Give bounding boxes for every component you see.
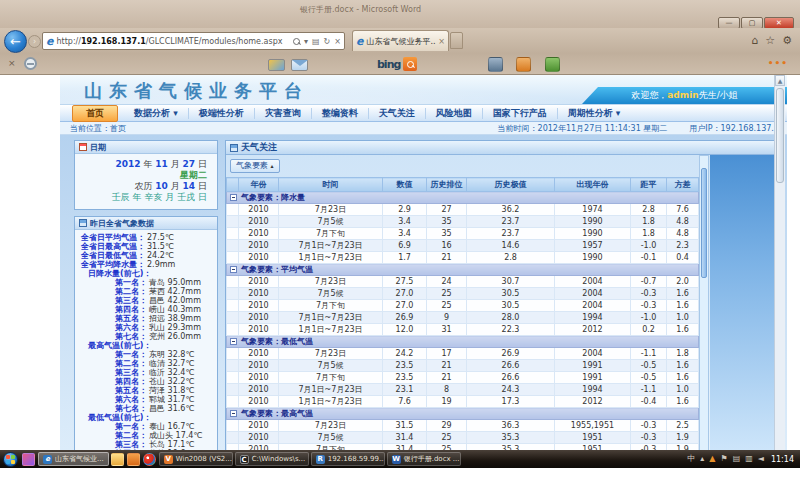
- weather-line: 第五名：菏泽 31.8℃: [75, 386, 217, 395]
- table-cell: 9: [427, 312, 467, 324]
- nav-item-天气关注[interactable]: 天气关注: [368, 108, 425, 119]
- tab-favicon-icon: e: [356, 35, 363, 48]
- toolbar-close-icon[interactable]: ×: [8, 58, 16, 68]
- table-cell: 0.4: [667, 252, 699, 264]
- page-scrollbar[interactable]: ▲: [774, 75, 785, 450]
- blocked-icon[interactable]: [24, 57, 37, 70]
- table-cell: 27.5: [383, 276, 427, 288]
- element-filter-button[interactable]: 气象要素 ▴: [230, 159, 280, 173]
- favorites-star-icon[interactable]: ☆: [765, 34, 775, 47]
- pinned-app-icon[interactable]: [22, 453, 35, 466]
- task-button-ie[interactable]: e山东省气候业...: [38, 452, 109, 466]
- camera-app-icon[interactable]: [488, 57, 503, 72]
- nav-item-数据分析[interactable]: 数据分析 ▾: [124, 108, 188, 119]
- bing-toolbar[interactable]: bing: [377, 57, 417, 71]
- nav-item-首页[interactable]: 首页: [72, 105, 118, 122]
- updater-icon[interactable]: ▲: [709, 450, 715, 468]
- start-button[interactable]: [3, 452, 18, 467]
- table-scrollbar[interactable]: [699, 155, 709, 450]
- address-bar[interactable]: e http://192.168.137.1/GLCCLIMATE/module…: [42, 32, 345, 50]
- table-row: 20101月1日~7月23日1.7212.81990-0.10.4: [227, 252, 699, 264]
- welcome-ribbon: 欢迎您，admin先生/小姐: [582, 87, 787, 104]
- weather-line: 全省日最高气温：31.5℃: [75, 242, 217, 251]
- table-cell: 27: [427, 204, 467, 216]
- browser-app-icon[interactable]: [143, 453, 156, 466]
- collapse-icon[interactable]: [230, 338, 237, 345]
- nav-item-国家下行产品[interactable]: 国家下行产品: [482, 108, 557, 119]
- compatibility-icon[interactable]: ▤: [312, 37, 320, 46]
- task-button-cmd[interactable]: CC:\Windows\s...: [235, 452, 309, 466]
- table-cell: 25: [427, 300, 467, 312]
- task-button-rdp[interactable]: R192.168.59.99...: [311, 452, 385, 466]
- bing-search-icon[interactable]: [403, 57, 417, 71]
- collapse-icon[interactable]: [230, 194, 237, 201]
- mail-icon[interactable]: [291, 59, 308, 71]
- panel-title-bar: 天气关注: [226, 141, 784, 155]
- table-cell: 1.0: [667, 384, 699, 396]
- tab-close-icon[interactable]: ×: [438, 37, 445, 46]
- browser-tab[interactable]: e 山东省气候业务平... ×: [352, 30, 449, 51]
- nav-item-周期性分析[interactable]: 周期性分析 ▾: [557, 108, 631, 119]
- table-cell: 1974: [555, 204, 631, 216]
- table-cell: 1.6: [667, 396, 699, 408]
- collapse-icon[interactable]: [230, 410, 237, 417]
- app-orange-icon[interactable]: [127, 453, 140, 466]
- back-button[interactable]: ←: [4, 30, 27, 53]
- task-button-vm[interactable]: VWin2008 (VS2...: [159, 452, 233, 466]
- table-section-header: 气象要素：最低气温: [227, 336, 699, 348]
- table-cell: 28.0: [467, 312, 555, 324]
- contacts-app-icon[interactable]: [516, 57, 531, 72]
- network-icon[interactable]: ▥: [745, 450, 753, 468]
- weather-line: 第七名：兖州 26.0mm: [75, 332, 217, 341]
- volume-icon[interactable]: ◄: [758, 450, 764, 468]
- language-icon[interactable]: 中: [687, 450, 695, 468]
- weather-watch-panel: 天气关注 气象要素 ▴ 年份时间数值历史排位历史极值出现年份距平方差 气象要素：…: [225, 140, 785, 450]
- new-tab-button[interactable]: [450, 32, 463, 49]
- url-text[interactable]: http://192.168.137.1/GLCCLIMATE/modules/…: [56, 37, 289, 46]
- table-cell: -0.3: [631, 432, 667, 444]
- nav-item-整编资料[interactable]: 整编资料: [311, 108, 368, 119]
- table-cell: 26.6: [467, 360, 555, 372]
- share-app-icon[interactable]: [545, 57, 560, 72]
- stop-icon[interactable]: ×: [334, 37, 341, 46]
- weather-line: 第一名：东明 32.8℃: [75, 350, 217, 359]
- table-cell: 2010: [239, 216, 279, 228]
- table-row: 20107月下旬3.43523.719901.84.8: [227, 228, 699, 240]
- table-cell: 7月1日~7月23日: [279, 312, 383, 324]
- weather-line: 第六名：乳山 29.3mm: [75, 323, 217, 332]
- weather-line: 全省日平均气温：27.5℃: [75, 233, 217, 242]
- background-window-title: 银行手册.docx - Microsoft Word: [300, 4, 421, 15]
- nav-item-极端性分析[interactable]: 极端性分析: [188, 108, 254, 119]
- show-hidden-icon[interactable]: ▴: [700, 450, 704, 468]
- table-cell: 1.6: [667, 300, 699, 312]
- nav-item-灾害查询[interactable]: 灾害查询: [254, 108, 311, 119]
- toolbar-overflow-icon[interactable]: •••: [768, 58, 788, 68]
- refresh-icon[interactable]: ↻: [324, 37, 331, 46]
- search-icon[interactable]: [293, 38, 300, 45]
- table-cell: 1.7: [383, 252, 427, 264]
- table-cell: 25: [427, 288, 467, 300]
- disk-icon[interactable]: ▤: [733, 450, 741, 468]
- table-cell: 35: [427, 216, 467, 228]
- weekday: 星期二: [75, 170, 207, 181]
- forward-button[interactable]: ›: [28, 35, 41, 48]
- gear-icon[interactable]: ⚙: [782, 34, 792, 47]
- home-icon[interactable]: ⌂: [751, 34, 758, 47]
- action-center-flag-icon[interactable]: ⚑: [720, 450, 727, 468]
- dropdown-icon[interactable]: ▾: [304, 37, 308, 46]
- folder-icon[interactable]: [111, 453, 124, 466]
- card-icon[interactable]: [268, 59, 285, 71]
- table-cell: 24.2: [383, 348, 427, 360]
- table-cell: 1957: [555, 240, 631, 252]
- tab-title[interactable]: 山东省气候业务平...: [366, 36, 436, 47]
- date-panel: 日期 2012 年 11 月 27 日 星期二 农历 10 月 14 日 壬辰 …: [74, 140, 218, 210]
- nav-item-风险地图[interactable]: 风险地图: [425, 108, 482, 119]
- page-scrollbar-thumb[interactable]: [776, 88, 784, 183]
- task-button-word[interactable]: W银行手册.docx ...: [387, 452, 461, 466]
- table-cell: 2010: [239, 312, 279, 324]
- table-cell: 22.3: [467, 324, 555, 336]
- collapse-icon[interactable]: [230, 266, 237, 273]
- scroll-up-icon[interactable]: ▲: [775, 75, 785, 86]
- table-scrollbar-thumb[interactable]: [701, 168, 707, 278]
- table-cell: 1.6: [667, 288, 699, 300]
